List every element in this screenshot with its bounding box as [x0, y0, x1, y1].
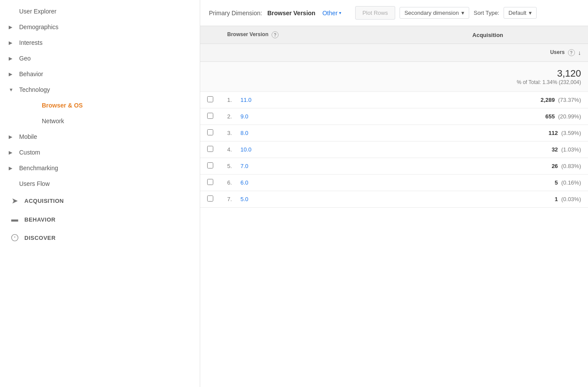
sub-header-browser: [220, 44, 387, 62]
row-version-cell: 6. 6.0: [220, 175, 387, 191]
sidebar-item-label: Behavior: [19, 71, 43, 77]
row-users-cell: 32 (1.03%): [387, 141, 588, 158]
row-number: 6.: [227, 179, 232, 186]
row-checkbox[interactable]: [207, 129, 213, 135]
row-users-value: 2,289: [541, 97, 555, 103]
row-users-cell: 655 (20.99%): [387, 108, 588, 125]
row-checkbox-cell[interactable]: [200, 125, 220, 141]
table-row: 3. 8.0 112 (3.59%): [200, 125, 588, 141]
total-row: 3,120 % of Total: 1.34% (232,004): [200, 62, 588, 92]
sidebar-item-label: User Explorer: [19, 8, 57, 15]
sidebar-section-label: BEHAVIOR: [24, 216, 56, 223]
sub-header-users: Users ? ↓: [387, 44, 588, 62]
sort-arrow-icon: ▾: [529, 10, 532, 16]
row-users-cell: 5 (0.16%): [387, 175, 588, 191]
total-checkbox-cell: [200, 62, 220, 92]
sidebar-item-label: Custom: [19, 149, 40, 156]
dimension-value: Browser Version: [267, 10, 316, 17]
sidebar: User Explorer ▶ Demographics ▶ Interests…: [0, 0, 200, 387]
row-version-cell: 1. 11.0: [220, 92, 387, 108]
discover-icon: [9, 234, 21, 242]
total-label-cell: [220, 62, 387, 92]
total-value-cell: 3,120 % of Total: 1.34% (232,004): [387, 62, 588, 92]
sidebar-section-acquisition[interactable]: ➤ ACQUISITION: [0, 192, 200, 210]
sidebar-item-label: Technology: [19, 86, 50, 93]
version-link[interactable]: 10.0: [240, 146, 251, 153]
version-link[interactable]: 5.0: [240, 196, 248, 202]
sidebar-item-interests[interactable]: ▶ Interests: [0, 35, 200, 50]
chevron-right-icon: ▶: [9, 40, 16, 46]
sidebar-item-label: Network: [42, 118, 64, 125]
sort-down-icon[interactable]: ↓: [578, 49, 581, 56]
row-checkbox-cell[interactable]: [200, 158, 220, 175]
table-area: Browser Version ? Acquisition Users ? ↓: [200, 26, 588, 387]
chevron-down-icon: ▼: [9, 87, 16, 92]
sidebar-item-users-flow[interactable]: Users Flow: [0, 176, 200, 192]
row-checkbox[interactable]: [207, 113, 213, 119]
row-version-cell: 7. 5.0: [220, 191, 387, 208]
dropdown-arrow-icon: ▾: [339, 10, 341, 15]
row-checkbox[interactable]: [207, 146, 213, 152]
row-users-pct: (73.37%): [558, 97, 581, 103]
row-number: 2.: [227, 113, 232, 120]
version-link[interactable]: 9.0: [240, 113, 248, 120]
row-checkbox[interactable]: [207, 195, 213, 202]
sidebar-section-discover[interactable]: DISCOVER: [0, 229, 200, 247]
sidebar-item-technology[interactable]: ▼ Technology: [0, 82, 200, 98]
row-users-pct: (0.83%): [561, 163, 581, 169]
browser-version-help-icon[interactable]: ?: [272, 31, 279, 38]
sidebar-item-label: Geo: [19, 55, 30, 62]
version-link[interactable]: 8.0: [240, 130, 248, 136]
sidebar-item-user-explorer[interactable]: User Explorer: [0, 3, 200, 19]
row-users-pct: (20.99%): [558, 113, 581, 120]
row-checkbox-cell[interactable]: [200, 141, 220, 158]
row-users-value: 1: [555, 196, 558, 202]
behavior-icon: ▬: [9, 215, 21, 223]
sidebar-item-mobile[interactable]: ▶ Mobile: [0, 129, 200, 145]
version-link[interactable]: 7.0: [240, 163, 248, 169]
sidebar-section-behavior[interactable]: ▬ BEHAVIOR: [0, 210, 200, 229]
other-dropdown[interactable]: Other ▾: [323, 10, 341, 17]
sidebar-section-label: ACQUISITION: [24, 198, 64, 204]
version-link[interactable]: 6.0: [240, 179, 248, 186]
sidebar-item-label: Mobile: [19, 133, 37, 140]
row-checkbox-cell[interactable]: [200, 92, 220, 108]
row-checkbox[interactable]: [207, 162, 213, 168]
row-users-cell: 112 (3.59%): [387, 125, 588, 141]
row-checkbox-cell[interactable]: [200, 191, 220, 208]
sort-type-label: Sort Type:: [474, 10, 499, 16]
sidebar-item-browser-os[interactable]: Browser & OS: [0, 98, 200, 113]
row-number: 4.: [227, 146, 232, 153]
sidebar-item-network[interactable]: Network: [0, 113, 200, 129]
row-checkbox-cell[interactable]: [200, 108, 220, 125]
secondary-dimension-select[interactable]: Secondary dimension ▾: [400, 7, 469, 19]
row-users-pct: (0.16%): [561, 179, 581, 186]
sidebar-item-geo[interactable]: ▶ Geo: [0, 50, 200, 66]
sub-header-checkbox: [200, 44, 220, 62]
row-checkbox[interactable]: [207, 96, 213, 102]
row-checkbox-cell[interactable]: [200, 175, 220, 191]
sort-type-select[interactable]: Default ▾: [504, 7, 537, 19]
sidebar-item-benchmarking[interactable]: ▶ Benchmarking: [0, 160, 200, 176]
table-row: 6. 6.0 5 (0.16%): [200, 175, 588, 191]
row-users-value: 655: [545, 113, 555, 120]
version-link[interactable]: 11.0: [240, 97, 251, 103]
plot-rows-button[interactable]: Plot Rows: [355, 6, 396, 20]
table-row: 2. 9.0 655 (20.99%): [200, 108, 588, 125]
sidebar-item-behavior[interactable]: ▶ Behavior: [0, 66, 200, 82]
acquisition-icon: ➤: [9, 197, 21, 205]
chevron-right-icon: ▶: [9, 24, 16, 30]
row-number: 3.: [227, 130, 232, 136]
toolbar-right: Plot Rows Secondary dimension ▾ Sort Typ…: [355, 6, 537, 20]
users-help-icon[interactable]: ?: [568, 49, 575, 56]
row-checkbox[interactable]: [207, 179, 213, 185]
sidebar-item-label: Benchmarking: [19, 165, 58, 172]
sidebar-item-label: Demographics: [19, 24, 58, 30]
table-row: 1. 11.0 2,289 (73.37%): [200, 92, 588, 108]
sidebar-item-demographics[interactable]: ▶ Demographics: [0, 19, 200, 35]
total-users-number: 3,120: [394, 68, 581, 79]
sidebar-item-custom[interactable]: ▶ Custom: [0, 145, 200, 160]
row-users-cell: 26 (0.83%): [387, 158, 588, 175]
sidebar-section-label: DISCOVER: [24, 235, 56, 241]
row-users-pct: (0.03%): [561, 196, 581, 202]
